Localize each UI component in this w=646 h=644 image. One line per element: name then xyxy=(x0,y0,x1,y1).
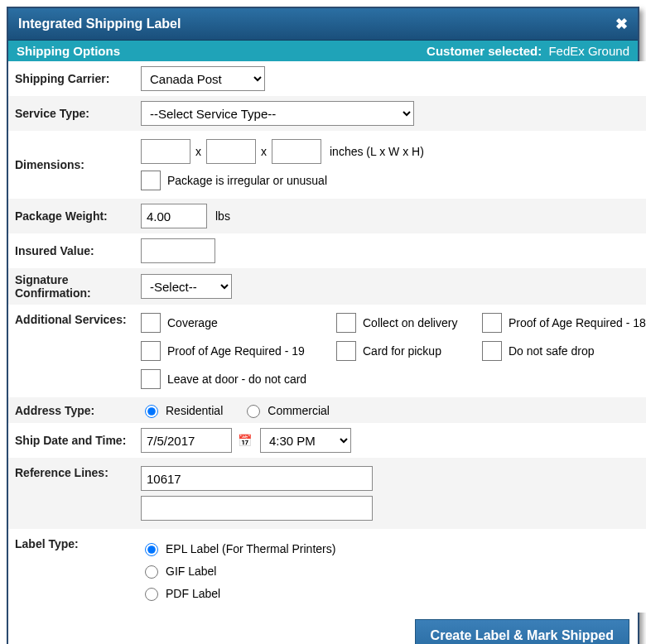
svc-cardpickup-checkbox[interactable] xyxy=(336,341,356,361)
label-address-type: Address Type: xyxy=(8,397,134,423)
value-service: --Select Service Type-- xyxy=(134,96,646,131)
svc-cod-checkbox[interactable] xyxy=(336,313,356,333)
value-weight: lbs xyxy=(134,199,646,233)
svc-nosafedrop-checkbox[interactable] xyxy=(482,341,502,361)
svc-cardpickup-label: Card for pickup xyxy=(363,344,441,358)
weight-input[interactable] xyxy=(141,204,207,228)
svc-nosafedrop-label: Do not safe drop xyxy=(509,344,595,358)
customer-selected-value: FedEx Ground xyxy=(548,44,629,58)
calendar-icon[interactable]: 📅 xyxy=(235,431,253,449)
value-additional: Coverage Collect on delivery Proof of Ag… xyxy=(134,305,646,397)
ref-line2-input[interactable] xyxy=(141,496,373,521)
footer: Create Label & Mark Shipped xyxy=(8,613,638,644)
label-dimensions: Dimensions: xyxy=(8,131,134,199)
carrier-select[interactable]: Canada Post xyxy=(141,66,265,91)
label-sig: Signature Confirmation: xyxy=(8,268,134,305)
svc-leaveatdoor-checkbox[interactable] xyxy=(141,369,161,389)
ship-time-select[interactable]: 4:30 PM xyxy=(260,428,351,453)
labeltype-gif-label: GIF Label xyxy=(166,565,216,578)
labeltype-pdf-radio[interactable] xyxy=(145,588,158,601)
subtitle-right: Customer selected: FedEx Ground xyxy=(427,44,629,58)
label-additional: Additional Services: xyxy=(8,305,134,397)
address-commercial-label: Commercial xyxy=(268,404,330,417)
subtitle-left: Shipping Options xyxy=(17,44,120,58)
value-ref xyxy=(134,458,646,529)
dim-length-input[interactable] xyxy=(141,139,190,164)
value-insured xyxy=(134,233,646,268)
address-residential-radio[interactable] xyxy=(145,405,158,418)
svc-age18-label: Proof of Age Required - 18 xyxy=(509,316,646,329)
ship-date-input[interactable] xyxy=(141,428,232,453)
label-labeltype: Label Type: xyxy=(8,529,134,613)
sig-select[interactable]: -Select-- xyxy=(141,274,232,299)
labeltype-gif-radio[interactable] xyxy=(145,565,158,579)
value-sig: -Select-- xyxy=(134,268,646,305)
subtitle-bar: Shipping Options Customer selected: FedE… xyxy=(8,41,638,61)
svc-age18-checkbox[interactable] xyxy=(482,313,502,333)
labeltype-epl-label: EPL Label (For Thermal Printers) xyxy=(166,542,335,555)
value-carrier: Canada Post xyxy=(134,61,646,96)
dim-height-input[interactable] xyxy=(272,139,321,164)
label-carrier: Shipping Carrier: xyxy=(8,61,134,96)
label-weight: Package Weight: xyxy=(8,199,134,233)
svc-leaveatdoor-label: Leave at door - do not card xyxy=(167,372,306,386)
close-icon[interactable]: ✖ xyxy=(615,15,628,33)
ref-line1-input[interactable] xyxy=(141,466,373,491)
dim-width-input[interactable] xyxy=(206,139,256,164)
svc-coverage-label: Coverage xyxy=(167,316,218,329)
value-shipdt: 📅 4:30 PM xyxy=(134,423,646,458)
labeltype-pdf-label: PDF Label xyxy=(166,587,220,600)
dim-x2: x xyxy=(261,145,267,158)
titlebar: Integrated Shipping Label ✖ xyxy=(8,8,638,41)
insured-input[interactable] xyxy=(141,238,215,263)
label-ref: Reference Lines: xyxy=(8,458,134,529)
value-labeltype: EPL Label (For Thermal Printers) GIF Lab… xyxy=(134,529,646,613)
irregular-checkbox[interactable] xyxy=(141,171,161,190)
svc-age19-label: Proof of Age Required - 19 xyxy=(167,344,305,358)
weight-unit: lbs xyxy=(215,209,230,223)
service-select[interactable]: --Select Service Type-- xyxy=(141,101,414,126)
dim-hint: inches (L x W x H) xyxy=(330,145,424,158)
label-service: Service Type: xyxy=(8,96,134,131)
labeltype-epl-radio[interactable] xyxy=(145,543,158,556)
label-shipdt: Ship Date and Time: xyxy=(8,423,134,458)
create-label-button[interactable]: Create Label & Mark Shipped xyxy=(415,619,629,644)
address-residential-label: Residential xyxy=(166,404,223,417)
value-address-type: Residential Commercial xyxy=(134,397,646,423)
value-dimensions: x x inches (L x W x H) Package is irregu… xyxy=(134,131,646,199)
svc-cod-label: Collect on delivery xyxy=(363,316,457,329)
label-insured: Insured Value: xyxy=(8,233,134,268)
form: Shipping Carrier: Canada Post Service Ty… xyxy=(8,61,638,613)
dialog-title: Integrated Shipping Label xyxy=(18,17,181,31)
svc-coverage-checkbox[interactable] xyxy=(141,313,161,333)
irregular-label: Package is irregular or unusual xyxy=(167,174,327,187)
shipping-label-dialog: Integrated Shipping Label ✖ Shipping Opt… xyxy=(7,7,639,644)
svc-age19-checkbox[interactable] xyxy=(141,341,161,361)
customer-selected-label: Customer selected: xyxy=(427,44,542,58)
dim-x1: x xyxy=(195,145,201,158)
address-commercial-radio[interactable] xyxy=(247,405,260,418)
